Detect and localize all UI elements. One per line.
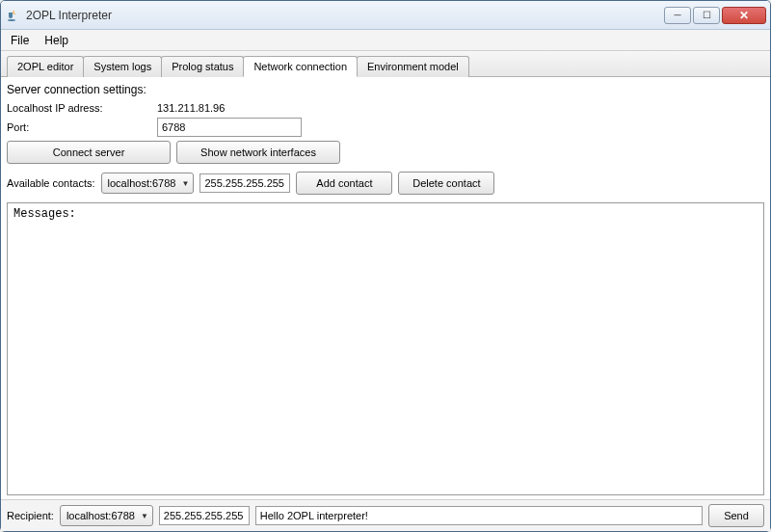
- maximize-button[interactable]: ☐: [693, 7, 720, 24]
- chevron-down-icon: ▼: [141, 512, 148, 520]
- tab-content: Server connection settings: Localhost IP…: [1, 77, 770, 499]
- tab-environment-model[interactable]: Environment model: [357, 56, 469, 77]
- row-ip: Localhost IP adress: 131.211.81.96: [7, 102, 764, 114]
- recipient-mask-input[interactable]: [159, 506, 250, 525]
- footer: Recipient: localhost:6788 ▼ Send: [1, 499, 770, 531]
- show-interfaces-button[interactable]: Show network interfaces: [176, 141, 340, 164]
- delete-contact-button[interactable]: Delete contact: [398, 172, 494, 195]
- tab-system-logs[interactable]: System logs: [83, 56, 162, 77]
- java-icon: [5, 8, 20, 23]
- tabs: 2OPL editor System logs Prolog status Ne…: [1, 51, 770, 77]
- recipient-selected: localhost:6788: [66, 510, 135, 521]
- row-contacts: Available contacts: localhost:6788 ▼ Add…: [7, 172, 764, 195]
- connect-server-button[interactable]: Connect server: [7, 141, 171, 164]
- tab-network-connection[interactable]: Network connection: [243, 56, 358, 77]
- menu-file[interactable]: File: [7, 32, 33, 49]
- window-controls: ─ ☐ ✕: [664, 7, 766, 24]
- port-label: Port:: [7, 121, 151, 133]
- section-title: Server connection settings:: [7, 83, 764, 96]
- chevron-down-icon: ▼: [181, 179, 189, 188]
- add-contact-button[interactable]: Add contact: [296, 172, 392, 195]
- ip-label: Localhost IP adress:: [7, 102, 151, 114]
- send-button[interactable]: Send: [708, 504, 764, 527]
- message-input[interactable]: [255, 506, 703, 525]
- window-title: 2OPL Interpreter: [26, 9, 664, 22]
- recipient-dropdown[interactable]: localhost:6788 ▼: [60, 505, 153, 526]
- row-port: Port:: [7, 118, 764, 137]
- recipient-label: Recipient:: [7, 510, 54, 521]
- close-button[interactable]: ✕: [722, 7, 766, 24]
- port-input[interactable]: [157, 118, 302, 137]
- ip-value: 131.211.81.96: [157, 102, 302, 114]
- menubar: File Help: [1, 30, 770, 51]
- messages-header: Messages:: [13, 207, 76, 221]
- minimize-button[interactable]: ─: [664, 7, 691, 24]
- tab-2opl-editor[interactable]: 2OPL editor: [7, 56, 84, 77]
- tab-prolog-status[interactable]: Prolog status: [161, 56, 244, 77]
- contacts-selected: localhost:6788: [108, 177, 176, 189]
- app-window: 2OPL Interpreter ─ ☐ ✕ File Help 2OPL ed…: [0, 0, 771, 532]
- menu-help[interactable]: Help: [40, 32, 72, 49]
- messages-area[interactable]: Messages:: [7, 202, 764, 495]
- svg-point-0: [8, 19, 15, 21]
- row-buttons: Connect server Show network interfaces: [7, 141, 764, 164]
- contacts-dropdown[interactable]: localhost:6788 ▼: [101, 173, 195, 194]
- titlebar[interactable]: 2OPL Interpreter ─ ☐ ✕: [1, 1, 770, 30]
- available-contacts-label: Available contacts:: [7, 177, 95, 189]
- contact-mask-input[interactable]: [199, 173, 290, 193]
